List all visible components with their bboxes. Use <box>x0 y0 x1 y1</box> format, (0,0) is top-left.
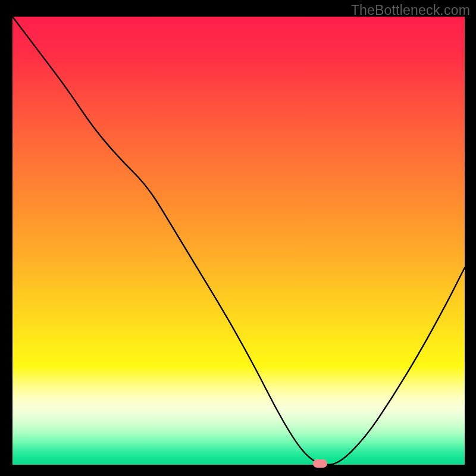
optimal-point-marker <box>313 459 327 468</box>
plot-area <box>12 17 465 465</box>
bottleneck-curve <box>12 17 465 465</box>
chart-frame: TheBottleneck.com <box>0 0 476 476</box>
watermark-text: TheBottleneck.com <box>351 2 470 18</box>
